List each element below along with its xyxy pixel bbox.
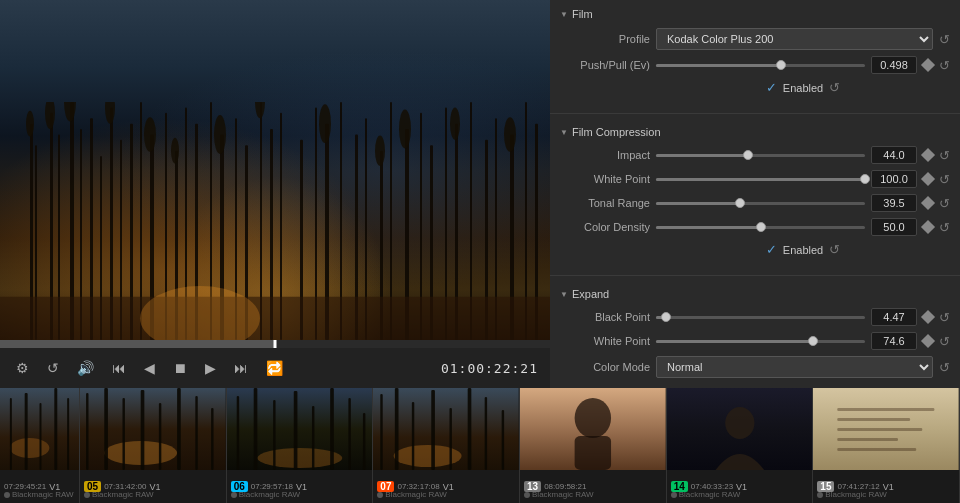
tonal-range-slider[interactable]: [656, 202, 865, 205]
pushpull-slider[interactable]: [656, 64, 865, 67]
svg-rect-105: [838, 448, 917, 451]
clip-item[interactable]: 13 08:09:58:21 Blackmagic RAW: [520, 388, 667, 503]
film-section-header[interactable]: ▼ Film: [560, 8, 950, 20]
black-point-slider[interactable]: [656, 316, 865, 319]
undo-button[interactable]: ↺: [43, 358, 63, 378]
clip-braw-label: Blackmagic RAW: [4, 490, 74, 499]
svg-rect-61: [25, 393, 28, 470]
pushpull-keyframe[interactable]: [921, 58, 935, 72]
video-panel: ⚙ ↺ 🔊 ⏮ ◀ ⏹ ▶ ⏭ 🔁 01:00:22:21: [0, 0, 550, 388]
main-area: ⚙ ↺ 🔊 ⏮ ◀ ⏹ ▶ ⏭ 🔁 01:00:22:21 ▼ Film Pro…: [0, 0, 960, 388]
svg-rect-89: [412, 402, 414, 470]
clip-thumb: [227, 388, 373, 470]
color-density-row: Color Density 50.0 ↺: [560, 218, 950, 236]
color-mode-row: Color Mode Normal ↺: [560, 356, 950, 378]
profile-select[interactable]: Kodak Color Plus 200: [656, 28, 933, 50]
fc-enabled-reset[interactable]: ↺: [829, 242, 840, 257]
fc-white-point-reset[interactable]: ↺: [939, 172, 950, 187]
timeline-bar[interactable]: [0, 340, 550, 348]
film-enabled-reset[interactable]: ↺: [829, 80, 840, 95]
divider-2: [550, 275, 960, 276]
svg-rect-78: [253, 388, 257, 470]
svg-rect-93: [485, 397, 487, 470]
profile-label: Profile: [560, 33, 650, 45]
profile-row: Profile Kodak Color Plus 200 ↺: [560, 28, 950, 50]
svg-point-48: [171, 138, 179, 164]
impact-reset-button[interactable]: ↺: [939, 148, 950, 163]
reeds-overlay: [0, 102, 550, 340]
profile-reset-button[interactable]: ↺: [939, 32, 950, 47]
fc-white-point-row: White Point 100.0 ↺: [560, 170, 950, 188]
exp-white-point-slider[interactable]: [656, 340, 865, 343]
play-button[interactable]: ▶: [201, 358, 220, 378]
tonal-range-value[interactable]: 39.5: [871, 194, 917, 212]
skip-back-button[interactable]: ⏮: [108, 358, 130, 378]
svg-rect-63: [54, 388, 57, 470]
tonal-range-row: Tonal Range 39.5 ↺: [560, 194, 950, 212]
film-compression-header[interactable]: ▼ Film Compression: [560, 126, 950, 138]
film-compression-title: Film Compression: [572, 126, 661, 138]
timeline-progress: [0, 340, 275, 348]
pushpull-reset-button[interactable]: ↺: [939, 58, 950, 73]
clip-item[interactable]: 07 07:32:17:08 V1 Blackmagic RAW: [373, 388, 520, 503]
svg-point-59: [10, 438, 50, 458]
fc-enabled-checkbox[interactable]: ✓: [766, 242, 777, 257]
color-density-slider[interactable]: [656, 226, 865, 229]
clip-item[interactable]: 14 07:40:33:23 V1 Blackmagic RAW: [667, 388, 814, 503]
svg-rect-83: [348, 398, 350, 470]
tonal-range-reset[interactable]: ↺: [939, 196, 950, 211]
clip-item[interactable]: 06 07:29:57:18 V1 Blackmagic RAW: [227, 388, 374, 503]
tonal-range-keyframe[interactable]: [921, 196, 935, 210]
film-enabled-checkbox[interactable]: ✓: [766, 80, 777, 95]
exp-white-point-keyframe[interactable]: [921, 334, 935, 348]
black-point-reset[interactable]: ↺: [939, 310, 950, 325]
color-density-keyframe[interactable]: [921, 220, 935, 234]
prev-frame-button[interactable]: ◀: [140, 358, 159, 378]
fc-white-point-value[interactable]: 100.0: [871, 170, 917, 188]
clip-item[interactable]: 05 07:31:42:00 V1 Blackmagic RAW: [80, 388, 227, 503]
fc-enabled-label: Enabled: [783, 244, 823, 256]
black-point-row: Black Point 4.47 ↺: [560, 308, 950, 326]
exp-white-point-value[interactable]: 74.6: [871, 332, 917, 350]
loop-button[interactable]: 🔁: [262, 358, 287, 378]
exp-white-point-reset[interactable]: ↺: [939, 334, 950, 349]
clip-thumb: [667, 388, 813, 470]
color-mode-select[interactable]: Normal: [656, 356, 933, 378]
svg-rect-71: [159, 403, 161, 470]
svg-rect-80: [293, 391, 297, 470]
film-enabled-label: Enabled: [783, 82, 823, 94]
svg-point-55: [504, 117, 516, 152]
svg-rect-97: [575, 436, 611, 470]
svg-point-49: [214, 115, 226, 154]
pushpull-value[interactable]: 0.498: [871, 56, 917, 74]
clip-thumb: [373, 388, 519, 470]
impact-slider[interactable]: [656, 154, 865, 157]
impact-keyframe[interactable]: [921, 148, 935, 162]
black-point-value[interactable]: 4.47: [871, 308, 917, 326]
svg-point-45: [64, 102, 76, 121]
stop-button[interactable]: ⏹: [169, 358, 191, 378]
color-density-reset[interactable]: ↺: [939, 220, 950, 235]
svg-rect-88: [395, 388, 399, 470]
color-mode-reset[interactable]: ↺: [939, 360, 950, 375]
clip-item[interactable]: 15 07:41:27:12 V1 Blackmagic RAW: [813, 388, 960, 503]
timeline-handle[interactable]: [274, 340, 277, 348]
fc-white-point-keyframe[interactable]: [921, 172, 935, 186]
svg-rect-74: [211, 408, 213, 470]
expand-section-header[interactable]: ▼ Expand: [560, 288, 950, 300]
audio-button[interactable]: 🔊: [73, 358, 98, 378]
clip-item[interactable]: 07:29:45:21 V1 Blackmagic RAW: [0, 388, 80, 503]
transport-controls: ⚙ ↺ 🔊 ⏮ ◀ ⏹ ▶ ⏭ 🔁 01:00:22:21: [0, 348, 550, 388]
settings-button[interactable]: ⚙: [12, 358, 33, 378]
clip-thumb: [80, 388, 226, 470]
pushpull-label: Push/Pull (Ev): [560, 59, 650, 71]
svg-rect-68: [104, 388, 108, 470]
impact-value[interactable]: 44.0: [871, 146, 917, 164]
film-section: ▼ Film Profile Kodak Color Plus 200 ↺ Pu…: [550, 0, 960, 109]
skip-forward-button[interactable]: ⏭: [230, 358, 252, 378]
black-point-keyframe[interactable]: [921, 310, 935, 324]
pushpull-row: Push/Pull (Ev) 0.498 ↺: [560, 56, 950, 74]
tonal-range-label: Tonal Range: [560, 197, 650, 209]
fc-white-point-slider[interactable]: [656, 178, 865, 181]
color-density-value[interactable]: 50.0: [871, 218, 917, 236]
